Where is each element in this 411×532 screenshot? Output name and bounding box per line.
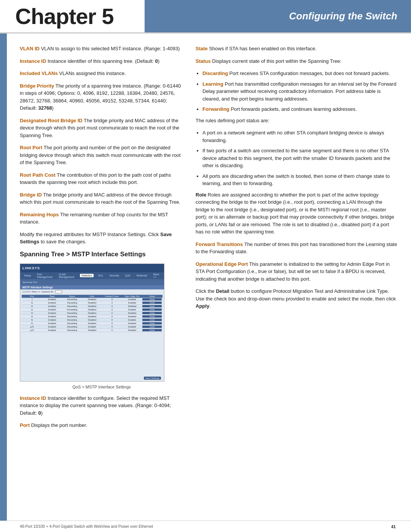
chapter-title: Chapter 5 <box>15 5 114 27</box>
ss-table-header: Port State Status Role Forward Trans. Op… <box>22 295 162 298</box>
instance-id-config-term: Instance ID <box>20 395 46 401</box>
learning-bullet: Learning Port has transmitted configurat… <box>202 80 397 103</box>
click-detail-end: . <box>209 303 211 309</box>
ss-nav-port: Port Management <box>35 273 54 279</box>
ss-filter-label: 1 2 3 4 > Next >> <box>22 291 40 293</box>
modify-text2: to save the changes. <box>39 239 86 244</box>
mstp-screenshot: LINKSYS Setup Port Management VLAN Manag… <box>20 264 164 382</box>
ss-nav-acl: ACL <box>97 274 105 277</box>
discarding-text: Port receives STA configuration messages… <box>229 70 390 76</box>
left-column: VLAN ID VLAN to assign to this selected … <box>20 45 183 434</box>
click-detail-text1: Click the <box>196 288 216 294</box>
vlan-id-text: VLAN to assign to this selected MST inst… <box>41 46 180 51</box>
rule-1: A port on a network segment with no othe… <box>202 129 397 144</box>
page-header: Chapter 5 Configuring the Switch <box>0 0 411 34</box>
ss-table: Port State Status Role Forward Trans. Op… <box>20 294 164 374</box>
ss-nav-multicast: Multicast <box>135 274 149 277</box>
forwarding-bullet: Forwarding Port forwards packets, and co… <box>202 105 397 113</box>
table-row: f1 Enabled Discarding Disabled 0 Disable… <box>22 322 162 325</box>
modify-para: Modify the required attributes for MSTP … <box>20 231 183 246</box>
ss-logo: LINKSYS <box>22 266 40 270</box>
mstp-section-heading: Spanning Tree > MSTP Interface Settings <box>20 251 183 258</box>
instance-id-term: Instance ID <box>20 58 46 64</box>
ss-nav: Setup Port Management VLAN Management St… <box>20 272 164 279</box>
ss-th-detail: Detail <box>142 295 162 297</box>
table-row: f1 Enabled Discarding Disabled 0 Disable… <box>22 315 162 318</box>
remaining-hops-para: Remaining Hops The remaining number of h… <box>20 211 183 226</box>
main-content: VLAN ID VLAN to assign to this selected … <box>0 34 411 446</box>
footer-page-number: 41 <box>391 524 396 529</box>
screenshot-caption: QoS > MSTP Interface Settings <box>20 385 183 389</box>
state-text: Shows if STA has been enabled on this in… <box>209 46 316 51</box>
status-para: Status Displays current state of this po… <box>196 58 397 65</box>
discarding-bullet: Discarding Port receives STA configurati… <box>202 70 397 77</box>
ss-nav-setup: Setup <box>22 274 32 277</box>
status-term: Status <box>196 58 211 64</box>
instance-id-config-para: Instance ID Instance identifier to confi… <box>20 395 183 417</box>
bridge-id-term: Bridge ID <box>20 192 42 198</box>
ss-save-area: Save Settings <box>20 374 164 381</box>
ss-topbar: LINKSYS <box>20 264 164 272</box>
operational-edge-para: Operational Edge Port This parameter is … <box>196 260 397 283</box>
right-column: State Shows if STA has been enabled on t… <box>196 45 397 434</box>
ss-th-role: Role <box>83 295 102 297</box>
included-vlans-para: Included VLANs VLANs assigned this insta… <box>20 70 183 77</box>
left-accent-bar <box>0 34 7 521</box>
forwarding-text: Port forwards packets, and continues lea… <box>231 106 357 112</box>
remaining-hops-term: Remaining Hops <box>20 212 59 217</box>
designated-root-bridge-term: Designated Root Bridge ID <box>20 118 83 123</box>
chapter-section: Chapter 5 <box>0 0 145 32</box>
vlan-id-term: VLAN ID <box>20 46 40 51</box>
detail-bold: Detail <box>216 288 229 294</box>
designated-root-bridge-para: Designated Root Bridge ID The bridge pri… <box>20 117 183 139</box>
ss-th-edge: Oper. Edge Port <box>123 295 142 297</box>
table-row: f1 Enabled Forwarding Disabled 0 Enabled… <box>22 308 162 312</box>
ss-subnav: Spanning Tree <box>20 279 164 285</box>
vlan-id-para: VLAN ID VLAN to assign to this selected … <box>20 45 183 53</box>
rules-intro: The rules defining port status are: <box>196 117 397 125</box>
table-row: g f1 Enabled Discarding Disabled 0 Disab… <box>22 329 162 332</box>
footer-description: 48-Port 10/100 + 4-Port Gigabit Switch w… <box>20 524 153 529</box>
rule-2: If two ports of a switch are connected t… <box>202 147 397 169</box>
bridge-priority-term: Bridge Priority <box>20 83 54 89</box>
ss-instance-input[interactable] <box>55 290 62 293</box>
ss-filter-row: 1 2 3 4 > Next >> Instance ID: <box>20 289 164 294</box>
ss-instance-label: Instance ID: <box>41 291 54 293</box>
rules-bullets: A port on a network segment with no othe… <box>202 129 397 187</box>
included-vlans-term: Included VLANs <box>20 70 58 76</box>
bridge-priority-para: Bridge Priority The priority of a spanni… <box>20 82 183 112</box>
operational-edge-term: Operational Edge Port <box>196 261 248 267</box>
learning-term: Learning <box>202 81 223 87</box>
instance-id-para: Instance ID Instance identifier of this … <box>20 58 183 65</box>
page-footer: 48-Port 10/100 + 4-Port Gigabit Switch w… <box>0 521 411 532</box>
port-term: Port <box>20 422 30 428</box>
discarding-term: Discarding <box>202 70 228 76</box>
table-row: f1 Enabled Discarding Disabled 0 Disable… <box>22 312 162 315</box>
table-row: g f1 Enabled Discarding Enabled 0 Enable… <box>22 325 162 329</box>
ss-nav-qos: QoS <box>124 274 132 277</box>
ss-section-heading: MSTP Interface Settings <box>20 285 164 289</box>
root-port-term: Root Port <box>20 145 42 150</box>
table-row: f1 Enabled Discarding Disabled 0 Enabled… <box>22 318 162 322</box>
click-detail-para: Click the Detail button to configure Pro… <box>196 288 397 310</box>
port-text: Displays the port number. <box>31 422 87 428</box>
state-term: State <box>196 46 208 51</box>
ss-th-port: Port <box>22 295 42 297</box>
root-port-text: The port priority and number of the port… <box>20 145 181 165</box>
ss-subnav-spanning: Spanning Tree <box>22 281 37 283</box>
instance-id-text: Instance identifier of this spanning tre… <box>48 58 159 64</box>
role-text: Roles are assigned according to whether … <box>196 192 394 235</box>
root-path-cost-para: Root Path Cost The contribution of this … <box>20 171 183 186</box>
ss-th-forward: Forward Trans. <box>102 295 122 297</box>
ss-save-button[interactable]: Save Settings <box>144 377 161 380</box>
ss-nav-vlan: VLAN Management <box>57 273 77 279</box>
status-bullets: Discarding Port receives STA configurati… <box>202 70 397 113</box>
root-path-cost-term: Root Path Cost <box>20 172 56 178</box>
ss-nav-security: Security <box>108 274 120 277</box>
rule-3: All ports are discarding when the switch… <box>202 173 397 187</box>
table-row: f1 Enabled Discarding Disabled 0 Disable… <box>22 305 162 308</box>
status-text: Displays current state of this port with… <box>212 58 341 64</box>
included-vlans-text: VLANs assigned this instance. <box>59 70 126 76</box>
role-para: Role Roles are assigned according to whe… <box>196 191 397 236</box>
apply-bold: Apply <box>196 303 209 309</box>
